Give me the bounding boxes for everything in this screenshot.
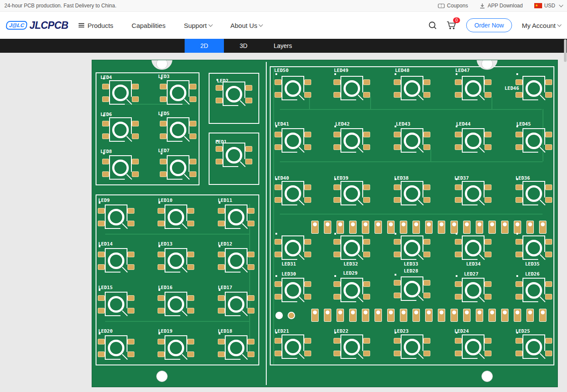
page: 24-hour PCB production. Fast Delivery to… xyxy=(0,0,567,392)
silk-line xyxy=(522,205,538,205)
silk-line xyxy=(282,128,304,129)
pad-hole xyxy=(351,222,355,226)
smd-pad xyxy=(485,92,491,98)
smd-pad xyxy=(515,281,522,287)
silk-dot xyxy=(395,233,396,235)
silk-line xyxy=(225,359,241,360)
led-label-LED11: LED11 xyxy=(218,198,232,203)
led-footprint-LED9 xyxy=(98,205,134,230)
silk-line xyxy=(401,235,423,236)
silk-line xyxy=(544,181,545,198)
order-now-button[interactable]: Order Now xyxy=(466,18,512,32)
smd-pad xyxy=(394,351,401,356)
led-footprint-LED42 xyxy=(333,128,370,153)
silk-line xyxy=(401,152,416,153)
app-download-link[interactable]: APP Download xyxy=(479,3,523,9)
pad-hole xyxy=(313,222,317,226)
silk-line xyxy=(184,136,189,142)
nav-items: Products Capabilities Support About Us xyxy=(79,22,262,29)
silk-line xyxy=(282,181,282,205)
smd-pad xyxy=(275,144,282,150)
smd-pad xyxy=(275,79,282,85)
tab-2d[interactable]: 2D xyxy=(185,39,224,53)
smd-pad xyxy=(455,92,462,98)
smd-pad xyxy=(158,252,165,257)
smd-pad xyxy=(218,308,225,314)
scrollbar[interactable] xyxy=(564,39,567,62)
silk-line xyxy=(340,128,341,153)
smd-pad xyxy=(247,295,254,301)
smd-pad xyxy=(275,132,282,137)
tab-layers[interactable]: Layers xyxy=(263,39,302,53)
nav-item-about-us[interactable]: About Us xyxy=(230,22,263,29)
connector-pad xyxy=(375,221,382,234)
led-footprint-LED20 xyxy=(98,335,134,361)
silk-line xyxy=(401,259,416,260)
connector-pad xyxy=(425,221,433,234)
silk-line xyxy=(105,292,106,316)
led-label-LED9: LED9 xyxy=(98,198,110,203)
list-icon xyxy=(79,25,84,26)
led-footprint-LED4 xyxy=(102,80,139,106)
led-footprint-LED32 xyxy=(333,235,370,261)
smd-pad xyxy=(218,339,225,344)
nav-item-products[interactable]: Products xyxy=(79,22,113,29)
pad-hole xyxy=(528,310,532,314)
connector-pad xyxy=(425,309,433,322)
search-icon[interactable] xyxy=(428,21,437,30)
smd-pad xyxy=(423,79,430,85)
silk-line xyxy=(522,301,538,302)
silk-line xyxy=(462,259,478,260)
smd-pad xyxy=(304,184,311,190)
silk-line xyxy=(105,359,120,360)
silk-line xyxy=(247,292,247,308)
led-footprint-LED6 xyxy=(102,117,139,143)
silk-line xyxy=(418,95,423,100)
silk-line xyxy=(522,128,545,129)
silk-line xyxy=(401,128,402,153)
led-footprint-LED47 xyxy=(455,76,491,101)
silk-line xyxy=(127,205,127,221)
smd-pad xyxy=(363,92,370,98)
nav-item-support[interactable]: Support xyxy=(184,22,212,29)
smd-pad xyxy=(545,281,552,287)
nav-item-capabilities[interactable]: Capabilities xyxy=(132,22,166,29)
led-label-LED33: LED33 xyxy=(404,261,418,267)
led-footprint-LED12 xyxy=(218,248,254,273)
jlcpcb-logo[interactable]: J@LC JLCPCB xyxy=(6,20,68,31)
led-label-LED40: LED40 xyxy=(275,175,289,181)
led-label-LED21: LED21 xyxy=(275,328,289,334)
tab-3d[interactable]: 3D xyxy=(224,39,263,53)
silk-line xyxy=(225,335,226,360)
smd-pad xyxy=(545,338,552,344)
led-label-LED34: LED34 xyxy=(466,261,481,267)
led-footprint-LED22 xyxy=(333,334,370,360)
silk-line xyxy=(247,335,247,352)
smd-pad xyxy=(132,96,139,102)
smd-pad xyxy=(304,144,311,150)
coupons-link[interactable]: Coupons xyxy=(438,3,468,9)
silk-line xyxy=(522,152,538,153)
silk-line xyxy=(225,228,241,229)
smd-pad xyxy=(187,221,194,226)
currency-selector[interactable]: USD xyxy=(534,3,563,9)
silk-line xyxy=(105,335,127,336)
silk-line xyxy=(484,235,485,252)
silk-line xyxy=(357,147,363,153)
led-footprint-LED26 xyxy=(515,278,552,303)
smd-pad xyxy=(394,79,401,85)
pcb-canvas[interactable]: LED4LED3LED6LED5LED8LED7LED2LED1LED50LED… xyxy=(0,53,567,392)
silk-line xyxy=(522,358,538,359)
silk-line xyxy=(462,99,478,100)
smd-pad xyxy=(160,84,167,89)
silk-line xyxy=(522,181,545,182)
my-account-menu[interactable]: My Account xyxy=(522,22,561,29)
download-icon xyxy=(479,3,485,9)
pcb-board: LED4LED3LED6LED5LED8LED7LED2LED1LED50LED… xyxy=(92,60,558,387)
silk-line xyxy=(522,235,545,236)
cart-icon[interactable]: 0 xyxy=(447,21,457,30)
smd-pad xyxy=(187,264,194,270)
led-label-LED20: LED20 xyxy=(98,328,113,334)
smd-pad xyxy=(189,84,196,89)
silk-line xyxy=(282,76,282,100)
